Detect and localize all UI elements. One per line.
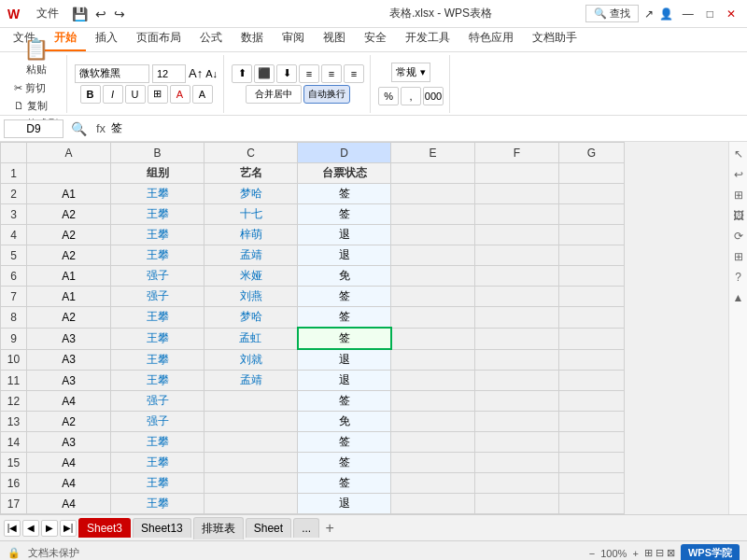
align-top-button[interactable]: ⬆: [232, 64, 252, 83]
sidebar-up-icon[interactable]: ▲: [730, 289, 747, 306]
bold-button[interactable]: B: [80, 85, 101, 104]
cell-c8[interactable]: 梦哈: [204, 307, 298, 329]
cell-d4[interactable]: 退: [298, 225, 391, 245]
cell-a12[interactable]: A4: [27, 391, 111, 412]
align-bottom-button[interactable]: ⬇: [276, 64, 297, 83]
cell-f9[interactable]: [475, 328, 559, 349]
tab-page-layout[interactable]: 页面布局: [127, 26, 190, 51]
cell-f15[interactable]: [475, 453, 559, 473]
row-header[interactable]: 16: [1, 473, 27, 494]
cell-g11[interactable]: [559, 371, 625, 391]
cell-b10[interactable]: 王攀: [111, 349, 204, 371]
underline-button[interactable]: U: [125, 85, 146, 104]
paste-button[interactable]: 📋 粘贴: [20, 35, 53, 77]
cell-e9[interactable]: [391, 328, 475, 349]
col-header-g[interactable]: G: [559, 143, 625, 163]
cell-f13[interactable]: [475, 412, 559, 432]
cell-d17[interactable]: 退: [298, 494, 391, 514]
cell-a2[interactable]: A1: [27, 184, 111, 204]
sheet-tab-sheet13[interactable]: Sheet13: [133, 518, 191, 538]
cell-e3[interactable]: [391, 204, 475, 225]
cell-d11[interactable]: 退: [298, 371, 391, 391]
align-center-button[interactable]: ≡: [321, 64, 342, 83]
cell-g16[interactable]: [559, 473, 625, 494]
sidebar-image-icon[interactable]: 🖼: [730, 207, 747, 224]
cell-g10[interactable]: [559, 349, 625, 371]
copy-button[interactable]: 🗋 复制: [11, 98, 61, 114]
sidebar-cursor-icon[interactable]: ↖: [730, 146, 747, 162]
row-header[interactable]: 5: [1, 245, 27, 266]
row-header[interactable]: 8: [1, 307, 27, 329]
cell-d1[interactable]: 台票状态: [298, 163, 391, 184]
redo-icon[interactable]: ↪: [114, 7, 125, 21]
row-header[interactable]: 1: [1, 163, 27, 184]
cell-g2[interactable]: [559, 184, 625, 204]
cell-b7[interactable]: 强子: [111, 287, 204, 307]
cell-a1[interactable]: [27, 163, 111, 184]
cell-g6[interactable]: [559, 266, 625, 287]
sidebar-undo-icon[interactable]: ↩: [730, 166, 747, 183]
cell-d9[interactable]: 签: [298, 328, 391, 349]
cell-d3[interactable]: 签: [298, 204, 391, 225]
cell-e6[interactable]: [391, 266, 475, 287]
comma-button[interactable]: ,: [401, 87, 421, 105]
font-color-button[interactable]: A: [192, 85, 213, 104]
zoom-in-icon[interactable]: +: [632, 548, 638, 559]
cell-a14[interactable]: A3: [27, 432, 111, 453]
align-right-button[interactable]: ≡: [344, 64, 364, 83]
sidebar-refresh-icon[interactable]: ⟳: [730, 228, 747, 245]
tab-security[interactable]: 安全: [355, 26, 396, 51]
col-header-a[interactable]: A: [27, 143, 111, 163]
cell-e17[interactable]: [391, 494, 475, 514]
close-btn[interactable]: ✕: [723, 7, 740, 21]
col-header-e[interactable]: E: [391, 143, 475, 163]
cell-g13[interactable]: [559, 412, 625, 432]
cell-f10[interactable]: [475, 349, 559, 371]
cell-c6[interactable]: 米娅: [204, 266, 298, 287]
tab-insert[interactable]: 插入: [86, 26, 127, 51]
cell-g5[interactable]: [559, 245, 625, 266]
cell-d8[interactable]: 签: [298, 307, 391, 329]
cell-f6[interactable]: [475, 266, 559, 287]
percent-button[interactable]: %: [378, 87, 399, 105]
cell-f16[interactable]: [475, 473, 559, 494]
cell-a11[interactable]: A3: [27, 371, 111, 391]
cell-d12[interactable]: 签: [298, 391, 391, 412]
cell-e10[interactable]: [391, 349, 475, 371]
cell-b1[interactable]: 组别: [111, 163, 204, 184]
border-button[interactable]: ⊞: [148, 85, 168, 104]
font-size-input[interactable]: [152, 64, 186, 83]
cell-c14[interactable]: [204, 432, 298, 453]
cell-e11[interactable]: [391, 371, 475, 391]
sheet-nav-last[interactable]: ▶|: [60, 520, 77, 537]
sheet-tab-schedule[interactable]: 排班表: [193, 517, 244, 539]
sidebar-question-icon[interactable]: ?: [730, 269, 747, 286]
number-format-label[interactable]: 常规 ▾: [391, 63, 430, 82]
sheet-nav-prev[interactable]: ◀: [22, 520, 39, 537]
increase-font-icon[interactable]: A↑: [189, 66, 203, 80]
file-menu[interactable]: 文件: [31, 4, 64, 23]
row-header[interactable]: 12: [1, 391, 27, 412]
cell-d7[interactable]: 签: [298, 287, 391, 307]
col-header-d[interactable]: D: [298, 143, 391, 163]
cell-c9[interactable]: 孟虹: [204, 328, 298, 349]
cell-e14[interactable]: [391, 432, 475, 453]
auto-wrap-button[interactable]: 自动换行: [303, 85, 350, 104]
cell-d16[interactable]: 签: [298, 473, 391, 494]
maximize-btn[interactable]: □: [703, 7, 717, 21]
cell-c16[interactable]: [204, 473, 298, 494]
cell-f11[interactable]: [475, 371, 559, 391]
italic-button[interactable]: I: [103, 85, 123, 104]
row-header[interactable]: 4: [1, 225, 27, 245]
cell-f17[interactable]: [475, 494, 559, 514]
cell-f5[interactable]: [475, 245, 559, 266]
cell-c5[interactable]: 孟靖: [204, 245, 298, 266]
tab-special-app[interactable]: 特色应用: [459, 26, 523, 51]
cell-a8[interactable]: A2: [27, 307, 111, 329]
cell-b5[interactable]: 王攀: [111, 245, 204, 266]
row-header[interactable]: 9: [1, 328, 27, 349]
tab-formula[interactable]: 公式: [190, 26, 232, 51]
cell-e7[interactable]: [391, 287, 475, 307]
cell-d6[interactable]: 免: [298, 266, 391, 287]
thousands-button[interactable]: 000: [423, 87, 444, 105]
